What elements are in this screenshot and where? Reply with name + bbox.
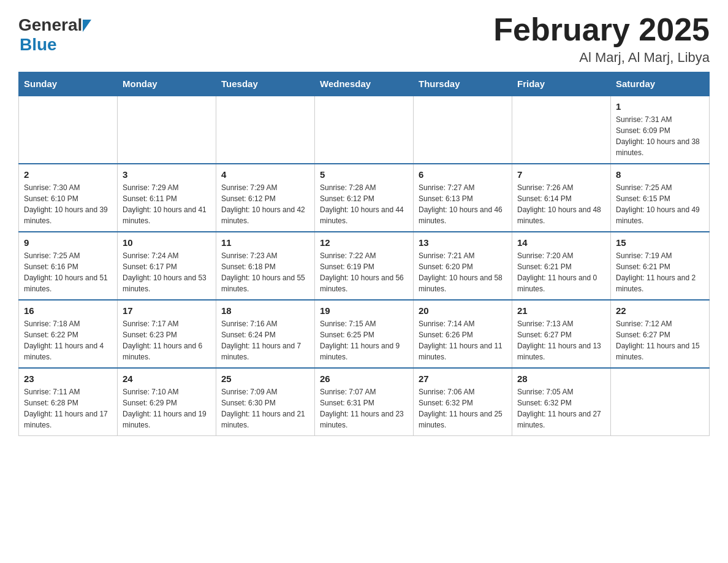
day-number: 7 bbox=[517, 169, 605, 180]
day-number: 8 bbox=[616, 169, 704, 180]
calendar-week-2: 2Sunrise: 7:30 AMSunset: 6:10 PMDaylight… bbox=[19, 164, 710, 232]
calendar-header-monday: Monday bbox=[118, 72, 216, 96]
calendar-cell: 19Sunrise: 7:15 AMSunset: 6:25 PMDayligh… bbox=[315, 300, 414, 368]
day-number: 25 bbox=[221, 373, 309, 384]
calendar-cell bbox=[19, 96, 118, 164]
calendar-header-tuesday: Tuesday bbox=[216, 72, 315, 96]
page-header: General Blue February 2025 Al Marj, Al M… bbox=[18, 12, 710, 66]
calendar-cell bbox=[118, 96, 216, 164]
calendar-cell: 14Sunrise: 7:20 AMSunset: 6:21 PMDayligh… bbox=[512, 232, 611, 300]
day-number: 14 bbox=[517, 237, 605, 248]
day-number: 13 bbox=[419, 237, 507, 248]
day-info: Sunrise: 7:18 AMSunset: 6:22 PMDaylight:… bbox=[24, 318, 112, 362]
day-number: 23 bbox=[24, 373, 112, 384]
calendar-header-row: SundayMondayTuesdayWednesdayThursdayFrid… bbox=[19, 72, 710, 96]
day-number: 15 bbox=[616, 237, 704, 248]
calendar-cell: 5Sunrise: 7:28 AMSunset: 6:12 PMDaylight… bbox=[315, 164, 414, 232]
day-info: Sunrise: 7:31 AMSunset: 6:09 PMDaylight:… bbox=[616, 114, 704, 158]
calendar-cell: 21Sunrise: 7:13 AMSunset: 6:27 PMDayligh… bbox=[512, 300, 611, 368]
calendar-cell: 2Sunrise: 7:30 AMSunset: 6:10 PMDaylight… bbox=[19, 164, 118, 232]
calendar-week-4: 16Sunrise: 7:18 AMSunset: 6:22 PMDayligh… bbox=[19, 300, 710, 368]
calendar-cell: 7Sunrise: 7:26 AMSunset: 6:14 PMDaylight… bbox=[512, 164, 611, 232]
calendar-cell: 6Sunrise: 7:27 AMSunset: 6:13 PMDaylight… bbox=[414, 164, 512, 232]
calendar-header-sunday: Sunday bbox=[19, 72, 118, 96]
calendar-cell bbox=[315, 96, 414, 164]
day-info: Sunrise: 7:16 AMSunset: 6:24 PMDaylight:… bbox=[221, 318, 309, 362]
day-number: 12 bbox=[320, 237, 408, 248]
day-info: Sunrise: 7:14 AMSunset: 6:26 PMDaylight:… bbox=[419, 318, 507, 362]
day-number: 5 bbox=[320, 169, 408, 180]
day-info: Sunrise: 7:28 AMSunset: 6:12 PMDaylight:… bbox=[320, 182, 408, 226]
day-number: 21 bbox=[517, 305, 605, 316]
calendar-week-5: 23Sunrise: 7:11 AMSunset: 6:28 PMDayligh… bbox=[19, 368, 710, 436]
day-info: Sunrise: 7:06 AMSunset: 6:32 PMDaylight:… bbox=[419, 386, 507, 431]
logo-general-text: General bbox=[18, 15, 82, 35]
day-info: Sunrise: 7:25 AMSunset: 6:16 PMDaylight:… bbox=[24, 250, 112, 294]
day-info: Sunrise: 7:30 AMSunset: 6:10 PMDaylight:… bbox=[24, 182, 112, 226]
day-info: Sunrise: 7:26 AMSunset: 6:14 PMDaylight:… bbox=[517, 182, 605, 226]
day-number: 1 bbox=[616, 101, 704, 112]
calendar-header-saturday: Saturday bbox=[611, 72, 710, 96]
calendar-cell: 27Sunrise: 7:06 AMSunset: 6:32 PMDayligh… bbox=[414, 368, 512, 436]
calendar-cell: 26Sunrise: 7:07 AMSunset: 6:31 PMDayligh… bbox=[315, 368, 414, 436]
day-info: Sunrise: 7:10 AMSunset: 6:29 PMDaylight:… bbox=[123, 386, 211, 431]
calendar-cell: 23Sunrise: 7:11 AMSunset: 6:28 PMDayligh… bbox=[19, 368, 118, 436]
logo: General Blue bbox=[18, 12, 91, 55]
day-number: 19 bbox=[320, 305, 408, 316]
calendar-cell: 25Sunrise: 7:09 AMSunset: 6:30 PMDayligh… bbox=[216, 368, 315, 436]
day-info: Sunrise: 7:17 AMSunset: 6:23 PMDaylight:… bbox=[123, 318, 211, 362]
day-number: 2 bbox=[24, 169, 112, 180]
calendar-cell: 22Sunrise: 7:12 AMSunset: 6:27 PMDayligh… bbox=[611, 300, 710, 368]
calendar-cell: 28Sunrise: 7:05 AMSunset: 6:32 PMDayligh… bbox=[512, 368, 611, 436]
day-number: 4 bbox=[221, 169, 309, 180]
calendar-cell: 12Sunrise: 7:22 AMSunset: 6:19 PMDayligh… bbox=[315, 232, 414, 300]
calendar-cell bbox=[216, 96, 315, 164]
day-info: Sunrise: 7:24 AMSunset: 6:17 PMDaylight:… bbox=[123, 250, 211, 294]
calendar-cell: 9Sunrise: 7:25 AMSunset: 6:16 PMDaylight… bbox=[19, 232, 118, 300]
calendar-table: SundayMondayTuesdayWednesdayThursdayFrid… bbox=[18, 72, 710, 436]
title-section: February 2025 Al Marj, Al Marj, Libya bbox=[493, 12, 710, 66]
day-number: 16 bbox=[24, 305, 112, 316]
day-info: Sunrise: 7:22 AMSunset: 6:19 PMDaylight:… bbox=[320, 250, 408, 294]
calendar-cell: 8Sunrise: 7:25 AMSunset: 6:15 PMDaylight… bbox=[611, 164, 710, 232]
calendar-cell bbox=[414, 96, 512, 164]
day-number: 17 bbox=[123, 305, 211, 316]
day-number: 24 bbox=[123, 373, 211, 384]
day-info: Sunrise: 7:29 AMSunset: 6:11 PMDaylight:… bbox=[123, 182, 211, 226]
calendar-cell bbox=[611, 368, 710, 436]
calendar-header-friday: Friday bbox=[512, 72, 611, 96]
day-info: Sunrise: 7:27 AMSunset: 6:13 PMDaylight:… bbox=[419, 182, 507, 226]
day-number: 3 bbox=[123, 169, 211, 180]
day-info: Sunrise: 7:05 AMSunset: 6:32 PMDaylight:… bbox=[517, 386, 605, 431]
calendar-cell: 3Sunrise: 7:29 AMSunset: 6:11 PMDaylight… bbox=[118, 164, 216, 232]
day-number: 28 bbox=[517, 373, 605, 384]
calendar-cell: 13Sunrise: 7:21 AMSunset: 6:20 PMDayligh… bbox=[414, 232, 512, 300]
calendar-cell: 18Sunrise: 7:16 AMSunset: 6:24 PMDayligh… bbox=[216, 300, 315, 368]
logo-blue-text: Blue bbox=[20, 35, 57, 55]
day-number: 10 bbox=[123, 237, 211, 248]
calendar-cell: 20Sunrise: 7:14 AMSunset: 6:26 PMDayligh… bbox=[414, 300, 512, 368]
day-number: 27 bbox=[419, 373, 507, 384]
calendar-week-1: 1Sunrise: 7:31 AMSunset: 6:09 PMDaylight… bbox=[19, 96, 710, 164]
calendar-cell: 4Sunrise: 7:29 AMSunset: 6:12 PMDaylight… bbox=[216, 164, 315, 232]
calendar-header-wednesday: Wednesday bbox=[315, 72, 414, 96]
calendar-cell: 11Sunrise: 7:23 AMSunset: 6:18 PMDayligh… bbox=[216, 232, 315, 300]
day-number: 20 bbox=[419, 305, 507, 316]
logo-triangle-icon bbox=[83, 20, 91, 32]
day-info: Sunrise: 7:07 AMSunset: 6:31 PMDaylight:… bbox=[320, 386, 408, 431]
calendar-cell: 24Sunrise: 7:10 AMSunset: 6:29 PMDayligh… bbox=[118, 368, 216, 436]
day-number: 22 bbox=[616, 305, 704, 316]
day-number: 11 bbox=[221, 237, 309, 248]
day-number: 9 bbox=[24, 237, 112, 248]
day-info: Sunrise: 7:25 AMSunset: 6:15 PMDaylight:… bbox=[616, 182, 704, 226]
calendar-cell: 15Sunrise: 7:19 AMSunset: 6:21 PMDayligh… bbox=[611, 232, 710, 300]
day-info: Sunrise: 7:29 AMSunset: 6:12 PMDaylight:… bbox=[221, 182, 309, 226]
day-info: Sunrise: 7:15 AMSunset: 6:25 PMDaylight:… bbox=[320, 318, 408, 362]
page-title: February 2025 bbox=[493, 12, 710, 47]
calendar-week-3: 9Sunrise: 7:25 AMSunset: 6:16 PMDaylight… bbox=[19, 232, 710, 300]
calendar-cell: 17Sunrise: 7:17 AMSunset: 6:23 PMDayligh… bbox=[118, 300, 216, 368]
day-number: 6 bbox=[419, 169, 507, 180]
calendar-cell bbox=[512, 96, 611, 164]
page-subtitle: Al Marj, Al Marj, Libya bbox=[493, 50, 710, 66]
day-info: Sunrise: 7:19 AMSunset: 6:21 PMDaylight:… bbox=[616, 250, 704, 294]
